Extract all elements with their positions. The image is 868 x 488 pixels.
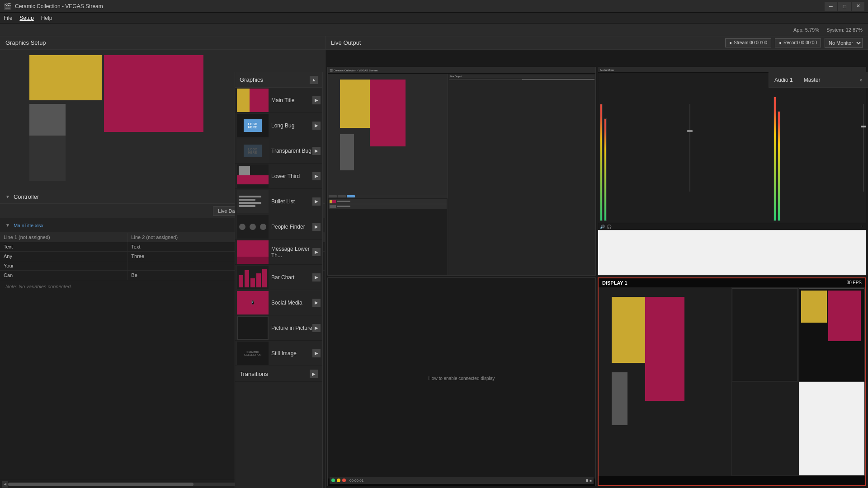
expand-bar-chart[interactable]: ▶ [312,273,321,282]
mini-magenta [370,80,406,146]
menu-file[interactable]: File [4,15,12,21]
expand-main-title[interactable]: ▶ [312,96,321,104]
stream-button[interactable]: ● Stream 00:00:00 [725,38,771,47]
dot-red [342,479,346,482]
mini-ui: 🎬 Ceramic Collection - VEGAS Stream [328,67,595,275]
meter-bar [600,104,603,221]
cell: Your [0,261,127,271]
controller-title: Controller [14,193,39,200]
graphics-item-long-bug[interactable]: LOGOHERE Long Bug ▶ [235,113,322,138]
mini-list-item [329,204,447,209]
dropdown-arrow[interactable]: ▼ [5,223,10,228]
expand-still-image[interactable]: ▶ [312,349,321,357]
menu-help[interactable]: Help [41,15,52,21]
live-sub-cell [732,288,798,381]
monitor-select[interactable]: No Monitor [825,38,863,48]
minimize-button[interactable]: ─ [825,2,837,11]
headphone-icon[interactable]: 🎧 [607,225,612,229]
logo-box: LOGOHERE [244,119,262,132]
mini-live-header: Live Output [449,75,594,78]
graphics-collapse-button[interactable]: ▲ [310,76,318,84]
menu-setup[interactable]: Setup [19,15,33,21]
graphics-item-still-image[interactable]: CERAMICCOLLECTION Still Image ▶ [235,341,322,366]
graphics-item-transparent-bug[interactable]: LOGOHERE Transparent Bug ▶ [235,138,322,164]
live-window-display: How to enable connected display 00:00:01… [327,277,596,486]
thumb-pip [237,316,269,340]
mini-live-cell-active [522,79,594,80]
thumb-bullet-list [237,190,269,213]
graphics-panel: Graphics ▲ Main Title ▶ LOGOHERE Long Bu… [235,72,323,488]
statusbar: App: 5.79% System: 12.87% [0,23,868,36]
live-tiny-magenta [828,291,861,341]
record-icon: ● [779,40,782,45]
expand-social-media[interactable]: ▶ [312,299,321,307]
dot-green [331,479,335,482]
taskbar-time: 00:00:01 [349,479,363,483]
mini-thumb [330,205,336,208]
fader-track [689,104,690,192]
graphics-item-social-media[interactable]: 📱 Social Media ▶ [235,290,322,315]
mini-btn [329,195,337,197]
expand-lower-third[interactable]: ▶ [312,172,321,180]
expand-bullet-list[interactable]: ▶ [312,197,321,206]
live-content-grid: 🎬 Ceramic Collection - VEGAS Stream [326,50,868,488]
expand-pip[interactable]: ▶ [312,324,321,332]
mini-thumb [330,200,336,203]
graphics-item-bullet-list[interactable]: Bullet List ▶ [235,189,322,214]
col-header-line1: Line 1 (not assigned) [0,233,127,242]
speaker-icon[interactable]: 🔊 [600,225,605,229]
app-usage: App: 5.79% [793,27,819,33]
mini-toolbar [328,195,448,198]
maximize-button[interactable]: □ [838,2,851,11]
scroll-left-button[interactable]: ◀ [2,481,8,488]
master-fader-group [863,75,864,221]
main-content: Graphics Setup ▼ Controller Live Data Mu… [0,36,868,488]
graphics-item-bar-chart[interactable]: Bar Chart ▶ [235,265,322,290]
thumb-main-title [237,89,269,112]
transitions-label: Transitions [240,371,268,377]
mini-preview [328,74,448,195]
taskbar-controls: ⏸ ■ [585,479,592,483]
thumb-lower-third [237,164,269,188]
mini-live-grid [449,79,594,80]
controller-collapse[interactable]: ▼ [5,194,10,199]
expand-transitions[interactable]: ▶ [310,370,318,378]
graphics-item-pip[interactable]: Picture in Picture ▶ [235,315,322,341]
graphics-item-lower-third[interactable]: Lower Third ▶ [235,164,322,189]
live-window-live-display: DISPLAY 1 30 FPS [598,277,866,486]
record-button[interactable]: ● Record 00:00:00 [775,38,821,47]
master-fader-track [863,104,864,192]
audio-icons-row: 🔊 🎧 ⋮ [598,223,866,230]
expand-msg-lower[interactable]: ▶ [312,248,321,256]
live-controls: ● Stream 00:00:00 ● Record 00:00:00 No M… [725,38,863,48]
bullet-line [239,196,261,197]
cell: Text [0,242,127,252]
thumb-long-bug: LOGOHERE [237,114,269,137]
fader-knob [687,130,693,132]
transitions-row[interactable]: Transitions ▶ [235,366,322,382]
mini-yellow [340,80,370,128]
expand-long-bug[interactable]: ▶ [312,122,321,130]
expand-transparent-bug[interactable]: ▶ [312,147,321,155]
mini-live-cell [449,79,521,80]
graphics-setup-title: Graphics Setup [0,36,325,50]
live-display-content [599,287,865,476]
graphics-item-main-title[interactable]: Main Title ▶ [235,88,322,113]
master-label: Master [804,77,821,83]
graphics-item-msg-lower[interactable]: Message Lower Th... ▶ [235,239,322,265]
bar [245,270,249,287]
graphics-item-people-finder[interactable]: People Finder ▶ [235,214,322,239]
bullet-line [239,205,255,207]
more-icon[interactable]: ⋮ [860,225,864,229]
expand-icon[interactable]: » [859,77,863,83]
right-panel: Live Output ● Stream 00:00:00 ● Record 0… [326,36,868,488]
menubar: File Setup Help [0,13,868,23]
expand-people-finder[interactable]: ▶ [312,223,321,231]
graphics-header: Graphics ▲ [235,72,322,88]
mini-btn-active [347,195,355,197]
filename-link[interactable]: MainTitle.xlsx [14,223,242,228]
bullet-line [239,199,255,201]
graphics-label-long-bug: Long Bug [271,122,312,129]
app-title: Ceramic Collection - VEGAS Stream [15,3,825,9]
close-button[interactable]: ✕ [852,2,864,11]
